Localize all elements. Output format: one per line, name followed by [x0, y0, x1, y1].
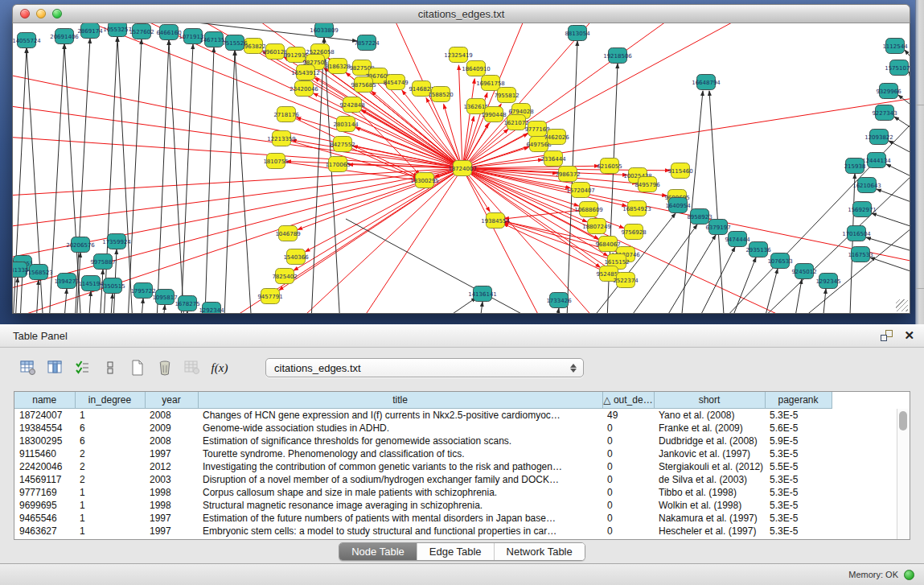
graph-node[interactable]: 1394273 — [54, 274, 79, 289]
graph-node[interactable]: 16033809 — [310, 23, 339, 38]
network-view[interactable]: 1872400779638228960128891293525226058982… — [12, 23, 910, 314]
column-header-name[interactable]: name — [14, 392, 75, 409]
column-header-out_degree[interactable]: △ out_de… — [602, 392, 654, 409]
graph-node[interactable]: 8958923 — [687, 209, 712, 225]
graph-node[interactable]: 2869174 — [77, 23, 103, 39]
column-header-short[interactable]: short — [654, 392, 765, 409]
graph-node[interactable]: 9756928 — [621, 225, 646, 240]
graph-node[interactable]: 1540366 — [283, 249, 309, 265]
graph-node[interactable]: 1292345 — [815, 274, 840, 289]
graph-node[interactable]: 1046789 — [275, 226, 300, 241]
row-height-button[interactable] — [100, 357, 121, 378]
graph-node[interactable]: 8495796 — [634, 177, 660, 192]
graph-node[interactable]: 15692971 — [848, 202, 877, 217]
graph-node[interactable]: 20206576 — [66, 237, 95, 253]
graph-node[interactable]: 6216055 — [597, 159, 622, 174]
graph-node[interactable]: 2336444 — [540, 151, 566, 167]
graph-node[interactable]: 1170065 — [325, 157, 350, 172]
graph-node[interactable]: 1350515 — [100, 278, 125, 294]
graph-node[interactable]: 1095817 — [152, 290, 177, 305]
graph-node[interactable]: 1167533 — [848, 247, 873, 262]
show-columns-button[interactable] — [45, 357, 66, 378]
graph-node[interactable]: 1076533 — [767, 253, 792, 269]
graph-node[interactable]: 18640910 — [462, 61, 491, 76]
graph-node[interactable]: 1292344 — [199, 303, 224, 314]
graph-node[interactable]: 9875685 — [351, 77, 376, 93]
graph-node[interactable]: 9329966 — [876, 84, 901, 99]
graph-node[interactable]: 14055724 — [13, 33, 41, 48]
table-row[interactable]: 911546021997Tourette syndrome. Phenomeno… — [14, 447, 832, 460]
column-header-in_degree[interactable]: in_degree — [75, 392, 145, 409]
table-row[interactable]: 946362711997Embryonic stem cells: a mode… — [14, 525, 832, 538]
scrollbar-thumb[interactable] — [899, 411, 907, 431]
column-header-title[interactable]: title — [198, 392, 602, 409]
graph-node[interactable]: 8427552 — [330, 137, 355, 152]
graph-node[interactable]: 7515526 — [222, 35, 248, 51]
minimize-window-button[interactable] — [36, 9, 46, 19]
graph-node[interactable]: 2522374 — [613, 273, 639, 288]
graph-node[interactable]: 1527602 — [129, 24, 154, 39]
graph-node[interactable]: 12444134 — [862, 153, 891, 168]
float-panel-icon[interactable] — [881, 330, 893, 341]
table-row[interactable]: 1872400712008Changes of HCN gene express… — [14, 409, 832, 422]
graph-node[interactable]: 12325419 — [444, 47, 473, 63]
graph-node[interactable]: 2935136 — [745, 242, 771, 257]
table-select[interactable]: citations_edges.txt — [265, 358, 584, 377]
select-rows-button[interactable] — [72, 357, 93, 378]
close-panel-icon[interactable]: ✕ — [904, 330, 914, 341]
graph-node[interactable]: 215938 — [844, 159, 866, 174]
graph-node[interactable]: 9115460 — [667, 163, 692, 179]
graph-node[interactable]: 19384554 — [481, 213, 510, 229]
graph-node[interactable]: 2718176 — [273, 107, 299, 122]
graph-node[interactable]: 10688609 — [574, 202, 603, 217]
graph-node[interactable]: 7857224 — [354, 35, 380, 51]
graph-node[interactable]: 8454749 — [383, 75, 408, 90]
graph-node[interactable]: 15720407 — [566, 183, 595, 198]
table-scrollbar[interactable] — [897, 409, 910, 539]
graph-node[interactable]: 1810755 — [263, 154, 288, 169]
column-header-year[interactable]: year — [145, 392, 198, 409]
tab-edge-table[interactable]: Edge Table — [417, 543, 494, 560]
graph-node[interactable]: 14136141 — [468, 286, 497, 302]
graph-node[interactable]: 19218506 — [603, 48, 632, 64]
graph-node[interactable]: 15751074 — [885, 60, 910, 76]
window-titlebar[interactable]: citations_edges.txt — [12, 4, 910, 23]
close-window-button[interactable] — [20, 9, 30, 19]
graph-node[interactable]: 16210643 — [852, 178, 881, 193]
graph-node[interactable]: 6466160 — [156, 25, 181, 40]
graph-node[interactable]: 2803144 — [333, 117, 359, 132]
table-row[interactable]: 1830029562008Estimation of significance … — [14, 435, 832, 447]
graph-node[interactable]: 20691406 — [50, 29, 79, 44]
tab-network-table[interactable]: Network Table — [494, 543, 585, 560]
graph-node[interactable]: 8813054 — [565, 26, 590, 41]
network-canvas[interactable]: 1872400779638228960128891293525226058982… — [13, 23, 910, 313]
tab-node-table[interactable]: Node Table — [339, 543, 417, 560]
delete-column-button[interactable] — [154, 357, 175, 378]
table-row[interactable]: 1938455462009Genome-wide association stu… — [14, 422, 832, 435]
graph-node[interactable]: 7986372 — [555, 167, 580, 182]
graph-node[interactable]: 9975887 — [90, 254, 115, 270]
graph-node[interactable]: 16648794 — [692, 75, 721, 90]
graph-node[interactable]: 7955812 — [494, 88, 519, 103]
graph-node[interactable]: 6379197 — [705, 220, 730, 235]
graph-node[interactable]: 1733426 — [546, 293, 572, 308]
window-resize-grip[interactable] — [896, 299, 908, 311]
graph-node[interactable]: 18807249 — [582, 219, 611, 234]
graph-node[interactable]: 9245012 — [791, 264, 816, 279]
graph-node[interactable]: 17359924 — [102, 234, 131, 249]
table-row[interactable]: 969969511998Structural magnetic resonanc… — [14, 499, 832, 512]
graph-node[interactable]: 9227343 — [872, 105, 897, 121]
table-row[interactable]: 2242004622012Investigating the contribut… — [14, 460, 832, 473]
graph-node[interactable]: 9242848 — [339, 97, 364, 113]
delete-table-button[interactable] — [182, 357, 203, 378]
graph-node[interactable]: 8186328 — [325, 59, 350, 74]
graph-node[interactable]: 1678275 — [175, 296, 199, 311]
zoom-window-button[interactable] — [52, 9, 62, 19]
table-row[interactable]: 946554611997Estimation of the future num… — [14, 512, 832, 525]
table-mode-button[interactable] — [18, 357, 39, 378]
graph-node[interactable]: 1112544 — [882, 39, 908, 54]
graph-node[interactable]: 7462026 — [544, 130, 569, 145]
graph-node[interactable]: 7825402 — [272, 269, 297, 284]
memory-ok-indicator[interactable] — [904, 570, 914, 580]
table-row[interactable]: 1456911722003Disruption of a novel membe… — [14, 473, 832, 486]
